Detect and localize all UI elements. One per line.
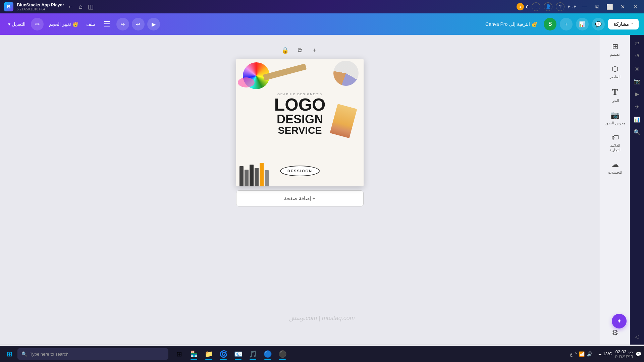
chrome2-icon: ⚫ (278, 350, 287, 358)
canva-toolbar: ↑ مشاركة 💬 📊 + S 👑 الترقية إلى Canva Pro… (0, 13, 644, 35)
bs-back-icon[interactable]: ← (67, 3, 73, 10)
bs-side-icon-5[interactable]: ▶ (632, 88, 642, 99)
bs-side-icon-9[interactable]: ◁ (632, 331, 642, 342)
bs-side-icon-7[interactable]: 📊 (632, 114, 642, 125)
copy-page-button[interactable]: ⧉ (294, 45, 305, 56)
bs-subtitle: 5.21.650.1018 P64 (17, 7, 64, 11)
bs-nav-icons: ← ⌂ ◫ (67, 3, 94, 10)
bs-home-icon[interactable]: ⌂ (79, 3, 83, 10)
upgrade-button[interactable]: 👑 الترقية إلى Canva Pro (482, 19, 540, 29)
bs-side-icon-8[interactable]: 🔍 (632, 127, 642, 137)
taskbar-search-box[interactable]: 🔍 Type here to search (17, 348, 168, 360)
maximize-button[interactable]: ⬜ (605, 2, 614, 11)
menu-button[interactable]: ☰ (101, 18, 113, 30)
bs-left: B BlueStacks App Player 5.21.650.1018 P6… (4, 2, 94, 11)
bs-side-icon-1[interactable]: ⇄ (632, 38, 642, 48)
restore-button[interactable]: ⧉ (592, 2, 602, 11)
toolbar-center: ▶ ↩ ↪ (116, 18, 160, 31)
taskbar-right: ع ^ 📶 🔊 ☁ 13°C 02:03 ص ٢٠٢٤/١٢/١٦ 💬 (567, 349, 641, 359)
bs-side-icon-2[interactable]: ↺ (632, 50, 642, 61)
taskbar: ⊞ 🔍 Type here to search ⊞ 🏪 📁 🌀 📧 🎵 (0, 346, 644, 362)
bs-apps-icon[interactable]: ◫ (88, 3, 94, 10)
file-label: ملف (86, 21, 96, 27)
design-placeholder: GRAPHIC DESIGNER'S LOGO DESIGN SERVICE D… (236, 59, 364, 186)
comment-button[interactable]: 💬 (592, 18, 605, 31)
taskbar-app-chrome2[interactable]: ⚫ (276, 347, 289, 361)
windows-logo-icon: ⊞ (7, 350, 12, 358)
taskbar-apps: ⊞ 🏪 📁 🌀 📧 🎵 🔵 ⚫ (172, 347, 289, 361)
close-button[interactable]: ✕ (618, 2, 627, 11)
bs-update-icon[interactable]: ↓ (532, 2, 540, 11)
edit-label: التعديل (12, 21, 25, 27)
pink-blob (238, 77, 255, 87)
resize-label: تغيير الحجم (49, 21, 71, 27)
user-avatar[interactable]: S (544, 18, 556, 31)
bs-side-icon-6[interactable]: ✈ (632, 101, 642, 112)
magic-button[interactable]: ✦ (612, 314, 627, 328)
pencil-4 (255, 168, 259, 186)
weather-temp: 13°C (603, 352, 612, 356)
sidebar-tool-elements[interactable]: ⬡ العناصر (602, 61, 629, 82)
taskbar-app-edge[interactable]: 🌀 (217, 347, 230, 361)
bs-user-icon[interactable]: 👤 (544, 2, 552, 11)
photos-label: معرض الصور (605, 121, 625, 125)
share-label: مشاركة (613, 21, 629, 27)
pencil-3 (250, 165, 254, 186)
sidebar-tool-uploads[interactable]: ☁ التحميلات (602, 157, 629, 178)
bluestacks-titlebar: B BlueStacks App Player 5.21.650.1018 P6… (0, 0, 644, 13)
sidebar-tool-brand[interactable]: 🏷 العلامة التجارية (602, 130, 629, 156)
taskbar-app-spotify[interactable]: 🎵 (246, 347, 260, 361)
minimize-button[interactable]: — (580, 2, 589, 11)
weather-widget[interactable]: ☁ 13°C (598, 352, 612, 356)
uploads-icon: ☁ (611, 160, 619, 169)
taskbar-app-store[interactable]: 🏪 (187, 347, 201, 361)
sidebar-tool-text[interactable]: T النص (602, 84, 629, 106)
add-button[interactable]: + (560, 18, 573, 31)
taskbar-app-outlook[interactable]: 📧 (231, 347, 245, 361)
present-button[interactable]: ▶ (147, 18, 160, 31)
taskbar-app-explorer[interactable]: 📁 (202, 347, 215, 361)
bs-clock: ٢:٠٢ (568, 4, 576, 9)
share-icon: ↑ (631, 21, 633, 27)
bs-side-icon-4[interactable]: 📷 (632, 76, 642, 86)
store-indicator (191, 359, 197, 360)
bs-help-icon[interactable]: ? (556, 2, 565, 11)
bs-app-info: BlueStacks App Player 5.21.650.1018 P64 (17, 2, 64, 11)
file-button[interactable]: ملف (84, 19, 98, 29)
tray-sound-icon[interactable]: 🔊 (587, 351, 592, 357)
outlook-icon: 📧 (234, 350, 243, 358)
add-page-icon-button[interactable]: + (309, 45, 320, 56)
bs-side-icon-3[interactable]: ◎ (632, 63, 642, 74)
taskbar-app-task-view[interactable]: ⊞ (172, 347, 186, 361)
tray-network-icon[interactable]: 📶 (579, 351, 585, 357)
analytics-button[interactable]: 📊 (576, 18, 589, 31)
explorer-indicator (205, 359, 212, 360)
edit-button[interactable]: التعديل ▾ (5, 19, 28, 29)
redo-button[interactable]: ↪ (116, 18, 129, 31)
resize-button[interactable]: 👑 تغيير الحجم (46, 19, 81, 29)
pen-button[interactable]: ✏ (31, 18, 44, 31)
logo-main-text: LOGO (253, 96, 347, 113)
notification-button[interactable]: 💬 (636, 351, 641, 357)
share-button[interactable]: ↑ مشاركة (608, 19, 639, 29)
pencils-row (236, 170, 364, 186)
start-button[interactable]: ⊞ (3, 347, 16, 361)
design-canvas[interactable]: GRAPHIC DESIGNER'S LOGO DESIGN SERVICE D… (236, 59, 364, 186)
resize-crown-icon: 👑 (72, 21, 78, 27)
taskbar-date: ٢٠٢٤/١٢/١٦ (615, 354, 633, 359)
bs-right-icons: ● 0 ↓ 👤 ? ٢:٠٢ — ⧉ ⬜ ✕ ✕ (517, 2, 640, 11)
sidebar-tool-design[interactable]: ⊞ تصميم (602, 39, 629, 60)
sidebar-tool-settings[interactable]: ⚙ (602, 325, 629, 341)
elements-icon: ⬡ (612, 65, 618, 73)
lock-page-button[interactable]: 🔒 (280, 45, 290, 56)
undo-button[interactable]: ↩ (132, 18, 145, 31)
tray-expand-icon[interactable]: ^ (575, 351, 577, 357)
sidebar-tool-photos[interactable]: 📷 معرض الصور (602, 108, 629, 129)
extra-close-button[interactable]: ✕ (631, 2, 640, 11)
edge-icon: 🌀 (219, 350, 228, 358)
store-icon: 🏪 (190, 350, 198, 358)
bs-coin-icon: ● (517, 3, 524, 10)
spotify-indicator (250, 359, 256, 360)
taskbar-app-chrome[interactable]: 🔵 (261, 347, 274, 361)
add-page-button[interactable]: + إضافة صفحة (236, 190, 364, 206)
